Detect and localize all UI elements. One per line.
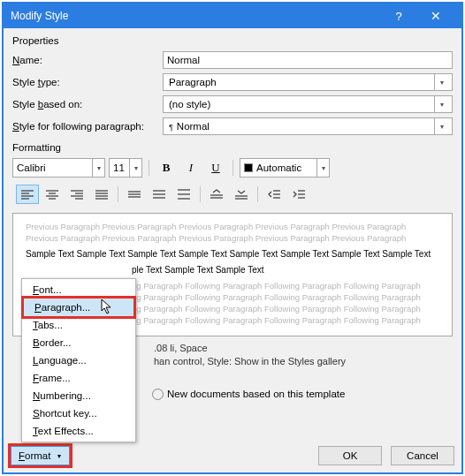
name-input[interactable] [163, 51, 453, 69]
desc-line: han control, Style: Show in the Styles g… [154, 355, 453, 368]
name-label: Name: [12, 55, 163, 65]
style-following-value: Normal [177, 121, 210, 132]
menu-font[interactable]: Font... [22, 281, 135, 298]
line-spacing-2-button[interactable] [172, 185, 195, 204]
preview-sample: Sample Text Sample Text Sample Text Samp… [26, 248, 439, 261]
chevron-down-icon: ▾ [434, 74, 448, 90]
font-color-select[interactable]: Automatic ▾ [240, 158, 330, 178]
separator [257, 186, 258, 202]
style-following-select[interactable]: ¶Normal ▾ [163, 117, 453, 135]
cancel-button[interactable]: Cancel [391, 446, 454, 465]
indent-decrease-button[interactable] [263, 185, 286, 204]
chevron-down-icon: ▾ [129, 159, 141, 177]
color-swatch-icon [244, 163, 253, 172]
style-based-on-select[interactable]: (no style) ▾ [163, 95, 453, 113]
font-family-select[interactable]: Calibri ▾ [12, 158, 105, 178]
new-docs-label: New documents based on this template [167, 389, 345, 399]
chevron-down-icon: ▾ [92, 159, 104, 177]
space-before-dec-button[interactable] [230, 185, 253, 204]
help-icon[interactable]: ? [380, 4, 417, 28]
separator [200, 186, 201, 202]
font-color-value: Automatic [256, 162, 301, 173]
font-size-value: 11 [113, 162, 125, 173]
align-right-button[interactable] [65, 185, 88, 204]
style-following-label: Style for following paragraph: [12, 121, 163, 132]
menu-shortcut[interactable]: Shortcut key... [22, 404, 135, 422]
format-menu: Font...Paragraph...Tabs...Border...Langu… [21, 278, 136, 442]
ok-button[interactable]: OK [318, 446, 382, 465]
properties-label: Properties [12, 35, 453, 46]
desc-line: .08 li, Space [154, 342, 453, 355]
chevron-down-icon: ▾ [434, 96, 448, 112]
cursor-icon [101, 299, 113, 315]
chevron-down-icon: ▾ [316, 159, 329, 177]
close-icon[interactable]: ✕ [417, 4, 454, 28]
window-title: Modify Style [11, 10, 380, 22]
menu-paragraph[interactable]: Paragraph... [24, 298, 133, 316]
italic-button[interactable]: I [180, 158, 202, 178]
font-size-select[interactable]: 11 ▾ [109, 158, 142, 178]
chevron-down-icon: ▾ [434, 118, 448, 134]
separator [232, 160, 233, 176]
style-type-label: Style type: [12, 77, 163, 87]
space-before-inc-button[interactable] [205, 185, 228, 204]
menu-tabs[interactable]: Tabs... [22, 316, 135, 334]
menu-numbering[interactable]: Numbering... [22, 387, 135, 404]
font-family-value: Calibri [17, 162, 46, 173]
new-docs-radio[interactable] [152, 389, 164, 400]
format-button-label: ormat [25, 450, 50, 461]
caret-down-icon: ▼ [56, 453, 62, 459]
format-button[interactable]: Format ▼ [11, 446, 70, 465]
align-center-button[interactable] [41, 185, 64, 204]
line-spacing-1-5-button[interactable] [148, 185, 171, 204]
menu-border[interactable]: Border... [22, 334, 135, 351]
menu-language[interactable]: Language... [22, 351, 135, 369]
style-type-select[interactable]: Paragraph ▾ [163, 73, 453, 91]
formatting-label: Formatting [12, 142, 453, 153]
separator [118, 186, 118, 202]
preview-ghost-prev: Previous Paragraph Previous Paragraph Pr… [26, 221, 439, 245]
paragraph-icon: ¶ [169, 123, 173, 132]
style-type-value: Paragraph [169, 77, 217, 87]
line-spacing-1-button[interactable] [123, 185, 146, 204]
menu-text-effects[interactable]: Text Effects... [22, 422, 135, 440]
style-based-value: (no style) [169, 99, 210, 110]
menu-frame[interactable]: Frame... [22, 369, 135, 387]
underline-button[interactable]: U [205, 158, 226, 178]
align-justify-button[interactable] [90, 185, 113, 204]
indent-increase-button[interactable] [287, 185, 310, 204]
align-left-button[interactable] [16, 185, 39, 204]
separator [149, 160, 149, 176]
style-based-on-label: Style based on: [12, 99, 163, 110]
preview-sample: ple Text Sample Text Sample Text [26, 264, 439, 276]
bold-button[interactable]: B [156, 158, 177, 178]
